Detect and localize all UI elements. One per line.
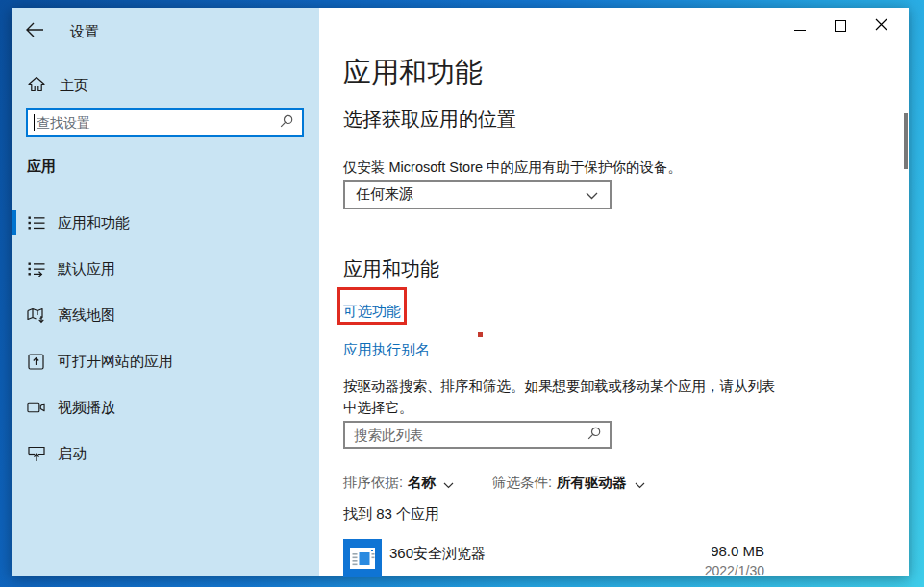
annotation-dot — [478, 332, 483, 337]
desktop-wallpaper: 设置 主页 应用 — [0, 0, 924, 587]
sidebar-item-label: 默认应用 — [58, 260, 115, 279]
apps-for-websites-icon — [27, 353, 45, 371]
startup-icon — [27, 445, 45, 463]
video-playback-icon — [27, 399, 45, 417]
sidebar-item-apps-for-websites[interactable]: 可打开网站的应用 — [12, 338, 319, 384]
settings-search-input[interactable] — [35, 115, 280, 131]
maximize-icon — [835, 20, 846, 32]
default-apps-icon — [27, 260, 45, 279]
sidebar-item-offline-maps[interactable]: 离线地图 — [12, 292, 319, 338]
home-icon — [28, 76, 45, 96]
sidebar-item-label: 启动 — [58, 445, 87, 463]
sidebar-item-home[interactable]: 主页 — [12, 71, 319, 100]
app-list-search-box — [343, 421, 612, 449]
apps-features-heading: 应用和功能 — [343, 257, 439, 282]
back-button[interactable] — [25, 19, 50, 40]
filter-by-dropdown[interactable]: 筛选条件: 所有驱动器 — [492, 474, 645, 492]
page-title: 应用和功能 — [343, 54, 483, 92]
filter-by-value: 所有驱动器 — [557, 474, 627, 492]
choose-source-description: 仅安装 Microsoft Store 中的应用有助于保护你的设备。 — [343, 159, 682, 177]
scrollbar-thumb[interactable] — [904, 113, 908, 169]
maximize-button[interactable] — [820, 12, 861, 39]
app-size: 98.0 MB — [711, 543, 764, 559]
minimize-button[interactable] — [780, 12, 820, 39]
search-icon — [280, 114, 293, 132]
settings-window: 设置 主页 应用 — [12, 8, 909, 576]
sidebar-item-apps-features[interactable]: 应用和功能 — [12, 200, 319, 246]
optional-features-link[interactable]: 可选功能 — [343, 303, 401, 321]
offline-maps-icon — [27, 306, 45, 325]
window-controls — [780, 12, 901, 39]
app-list-item[interactable]: 360安全浏览器 98.0 MB 2022/1/30 — [343, 536, 764, 576]
sidebar-item-label: 离线地图 — [58, 306, 115, 325]
app-execution-aliases-link[interactable]: 应用执行别名 — [343, 341, 430, 359]
sidebar-item-label: 可打开网站的应用 — [58, 353, 173, 371]
sidebar-item-default-apps[interactable]: 默认应用 — [12, 246, 319, 292]
window-title: 设置 — [70, 23, 99, 41]
sidebar-section-apps: 应用 — [27, 158, 56, 176]
app-source-dropdown-value: 任何来源 — [345, 185, 586, 204]
sort-by-value: 名称 — [408, 474, 436, 492]
sort-filter-row: 排序依据: 名称 筛选条件: 所有驱动器 — [343, 474, 645, 492]
apps-found-count: 找到 83 个应用 — [343, 505, 439, 524]
chevron-down-icon — [635, 477, 645, 492]
app-install-date: 2022/1/30 — [705, 563, 764, 578]
close-button[interactable] — [861, 12, 901, 39]
app-name: 360安全浏览器 — [389, 545, 486, 563]
back-arrow-icon — [25, 22, 50, 37]
settings-search-box — [26, 108, 304, 137]
app-source-dropdown[interactable]: 任何来源 — [343, 180, 612, 209]
app-list-search-input[interactable] — [345, 428, 587, 443]
close-icon — [875, 17, 887, 35]
chevron-down-icon — [586, 186, 598, 204]
choose-source-heading: 选择获取应用的位置 — [343, 107, 516, 133]
sidebar-item-label: 视频播放 — [58, 399, 115, 417]
sidebar-item-home-label: 主页 — [60, 77, 88, 95]
sort-by-label: 排序依据: — [343, 474, 403, 492]
apps-features-icon — [27, 214, 45, 232]
chevron-down-icon — [443, 477, 454, 492]
sidebar: 设置 主页 应用 — [12, 8, 319, 576]
filter-by-label: 筛选条件: — [492, 474, 552, 492]
sort-by-dropdown[interactable]: 排序依据: 名称 — [343, 474, 454, 492]
sidebar-item-startup[interactable]: 启动 — [12, 430, 319, 477]
sidebar-item-video-playback[interactable]: 视频播放 — [12, 384, 319, 430]
main-pane: 应用和功能 选择获取应用的位置 仅安装 Microsoft Store 中的应用… — [319, 8, 909, 576]
sidebar-item-label: 应用和功能 — [58, 214, 130, 232]
search-icon — [587, 427, 601, 444]
minimize-icon — [794, 30, 806, 31]
apps-list-description: 按驱动器搜索、排序和筛选。如果想要卸载或移动某个应用，请从列表中选择它。 — [343, 377, 784, 418]
360-browser-app-icon — [343, 539, 382, 577]
selected-accent-bar — [12, 210, 16, 235]
